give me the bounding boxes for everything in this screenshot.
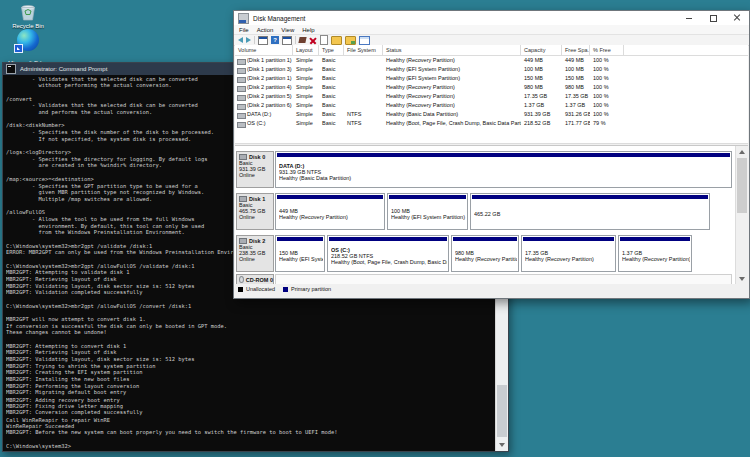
- partition-recovery-1-37gb[interactable]: 1.37 GB Healthy (Recovery Partition): [618, 235, 692, 272]
- cell-pct: 100 %: [590, 74, 624, 83]
- partition-recovery-449mb[interactable]: 449 MB Healthy (Recovery Partition): [275, 193, 385, 230]
- cell-fs: [344, 65, 383, 74]
- column-header-volume[interactable]: Volume: [235, 45, 293, 56]
- cell-layout: Simple: [293, 56, 319, 65]
- cell-volume: OS (C:): [235, 119, 293, 128]
- cmd-title: Administrator: Command Prompt: [20, 66, 107, 72]
- legend-unallocated: Unallocated: [238, 286, 275, 292]
- cell-type: Basic: [319, 92, 344, 101]
- toolbar-help-icon[interactable]: ?: [271, 36, 279, 44]
- table-row[interactable]: (Disk 2 partition 6) Simple Basic Health…: [235, 101, 748, 110]
- column-header-filler: [624, 45, 748, 56]
- cell-fs: [344, 56, 383, 65]
- toolbar-back-icon[interactable]: [238, 37, 243, 43]
- toolbar-delete-icon[interactable]: [309, 36, 317, 44]
- scroll-up-icon[interactable]: [739, 150, 745, 154]
- column-header-file-system[interactable]: File System: [344, 45, 383, 56]
- menu-help[interactable]: Help: [302, 27, 314, 33]
- column-header-type[interactable]: Type: [319, 45, 344, 56]
- disk-name: CD-ROM 0: [246, 277, 273, 283]
- primary-partition-swatch: [283, 287, 288, 292]
- cell-capacity: 449 MB: [521, 56, 562, 65]
- primary-partition-bar: [277, 153, 730, 157]
- partition-status: Healthy (Recovery Partition): [525, 256, 614, 262]
- column-header-pct-free[interactable]: % Free: [590, 45, 624, 56]
- cell-volume: DATA (D:): [235, 110, 293, 119]
- menu-view[interactable]: View: [281, 27, 294, 33]
- cell-capacity: 150 MB: [521, 74, 562, 83]
- primary-partition-bar: [389, 195, 466, 199]
- graphics-scrollbar-thumb[interactable]: [737, 158, 747, 213]
- cell-type: Basic: [319, 83, 344, 92]
- column-header-layout[interactable]: Layout: [293, 45, 319, 56]
- disk-0-label[interactable]: Disk 0 Basic 931.39 GB Online: [236, 151, 274, 188]
- disk-1-label[interactable]: Disk 1 Basic 465.75 GB Online: [236, 193, 274, 230]
- toolbar-panes-icon[interactable]: [282, 36, 292, 45]
- disk-state: Online: [239, 214, 273, 220]
- partition-efi-150mb[interactable]: 150 MB Healthy (EFI System Partition): [275, 235, 325, 272]
- table-row[interactable]: DATA (D:) Simple Basic NTFS Healthy (Bas…: [235, 110, 748, 119]
- table-row[interactable]: (Disk 2 partition 5) Simple Basic Health…: [235, 92, 748, 101]
- toolbar-properties-icon[interactable]: [359, 36, 370, 45]
- cell-layout: Simple: [293, 101, 319, 110]
- cell-capacity: 100 MB: [521, 65, 562, 74]
- cell-fs: NTFS: [344, 110, 383, 119]
- table-row[interactable]: (Disk 1 partition 3) Simple Basic Health…: [235, 65, 748, 74]
- partition-465gb[interactable]: 465.22 GB: [470, 193, 710, 230]
- disk-2-label[interactable]: Disk 2 Basic 238.35 GB Online: [236, 235, 274, 272]
- partition-status: Healthy (Basic Data Partition): [279, 175, 730, 181]
- toolbar-folder-refresh-icon[interactable]: [345, 36, 356, 45]
- primary-partition-bar: [329, 237, 447, 241]
- table-row[interactable]: OS (C:) Simple Basic NTFS Healthy (Boot,…: [235, 119, 748, 128]
- cell-layout: Simple: [293, 110, 319, 119]
- toolbar-console-window-icon[interactable]: [258, 36, 268, 45]
- scroll-down-icon[interactable]: [499, 443, 505, 447]
- cell-volume: (Disk 2 partition 5): [235, 92, 293, 101]
- column-header-status[interactable]: Status: [383, 45, 521, 56]
- table-row[interactable]: (Disk 2 partition 1) Simple Basic Health…: [235, 74, 748, 83]
- desktop-icon-recycle-bin[interactable]: Recycle Bin: [4, 2, 52, 30]
- toolbar-pointer-icon[interactable]: [298, 37, 306, 43]
- toolbar-folder-icon[interactable]: [331, 36, 342, 45]
- cell-free: 449 MB: [562, 56, 590, 65]
- cell-pct: 100 %: [590, 83, 624, 92]
- toolbar-document-icon[interactable]: [320, 35, 328, 45]
- partition-status: Healthy (Recovery Partition): [622, 256, 690, 262]
- menu-action[interactable]: Action: [257, 27, 274, 33]
- partition-recovery-17gb[interactable]: 17.35 GB Healthy (Recovery Partition): [521, 235, 616, 272]
- cell-free: 17.35 GB: [562, 92, 590, 101]
- partition-status: Healthy (EFI System Partition): [391, 214, 466, 220]
- disk-state: Online: [239, 256, 273, 262]
- cell-free: 1.37 GB: [562, 101, 590, 110]
- dm-titlebar[interactable]: Disk Management: [234, 11, 749, 25]
- cell-pct: 100 %: [590, 92, 624, 101]
- scroll-down-icon[interactable]: [739, 277, 745, 281]
- cell-status: Healthy (Recovery Partition): [383, 101, 521, 110]
- maximize-button[interactable]: [701, 11, 725, 25]
- graphics-scrollbar[interactable]: [735, 146, 748, 285]
- menu-file[interactable]: File: [239, 27, 249, 33]
- partition-efi-100mb[interactable]: 100 MB Healthy (EFI System Partition): [387, 193, 468, 230]
- cell-volume: (Disk 2 partition 1): [235, 74, 293, 83]
- cell-fs: NTFS: [344, 119, 383, 128]
- partition-data-d[interactable]: DATA (D:) 931.39 GB NTFS Healthy (Basic …: [275, 151, 732, 188]
- column-header-capacity[interactable]: Capacity: [521, 45, 562, 56]
- cell-free: 171.77 GB: [562, 119, 590, 128]
- table-row[interactable]: (Disk 2 partition 4) Simple Basic Health…: [235, 83, 748, 92]
- partition-recovery-980mb[interactable]: 980 MB Healthy (Recovery Partition): [451, 235, 519, 272]
- partition-os-c[interactable]: OS (C:) 218.52 GB NTFS Healthy (Boot, Pa…: [327, 235, 449, 272]
- table-row[interactable]: (Disk 1 partition 1) Simple Basic Health…: [235, 56, 748, 65]
- cell-volume: (Disk 1 partition 3): [235, 65, 293, 74]
- toolbar-forward-icon[interactable]: [246, 37, 251, 43]
- cell-capacity: 931.39 GB: [521, 110, 562, 119]
- minimize-button[interactable]: [677, 11, 701, 25]
- cmd-scrollbar-thumb[interactable]: [497, 385, 507, 437]
- partition-size: 465.22 GB: [474, 211, 708, 217]
- column-header-free-space[interactable]: Free Spa...: [562, 45, 590, 56]
- close-button[interactable]: [725, 11, 749, 25]
- maximize-icon: [710, 15, 717, 22]
- cell-status: Healthy (Boot, Page File, Crash Dump, Ba…: [383, 119, 521, 128]
- menu-bar: File Action View Help: [234, 25, 749, 35]
- legend-primary-partition: Primary partition: [283, 286, 331, 292]
- cell-layout: Simple: [293, 119, 319, 128]
